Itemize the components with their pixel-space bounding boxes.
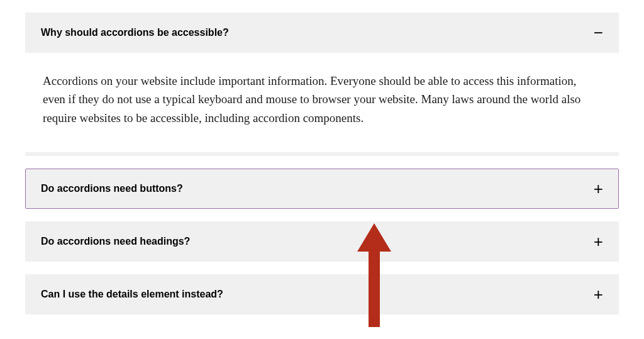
accordion-header-details[interactable]: Can I use the details element instead? + <box>25 274 619 314</box>
plus-icon: + <box>594 286 603 303</box>
accordion-header-label: Why should accordions be accessible? <box>41 27 229 38</box>
accordion-header-accessible[interactable]: Why should accordions be accessible? − <box>25 13 619 53</box>
accordion: Why should accordions be accessible? − A… <box>25 13 619 314</box>
plus-icon: + <box>594 233 603 250</box>
minus-icon: − <box>594 25 603 41</box>
accordion-header-label: Can I use the details element instead? <box>41 289 223 300</box>
accordion-header-label: Do accordions need headings? <box>41 236 190 247</box>
accordion-header-buttons[interactable]: Do accordions need buttons? + <box>25 169 619 209</box>
accordion-item: Do accordions need buttons? + <box>25 169 619 209</box>
accordion-panel-text: Accordions on your website include impor… <box>43 74 580 125</box>
accordion-header-label: Do accordions need buttons? <box>41 183 183 194</box>
accordion-item: Can I use the details element instead? + <box>25 274 619 314</box>
accordion-item: Do accordions need headings? + <box>25 221 619 262</box>
accordion-item: Why should accordions be accessible? − A… <box>25 13 619 156</box>
accordion-header-headings[interactable]: Do accordions need headings? + <box>25 221 619 262</box>
accordion-panel: Accordions on your website include impor… <box>25 53 619 152</box>
plus-icon: + <box>594 181 603 197</box>
